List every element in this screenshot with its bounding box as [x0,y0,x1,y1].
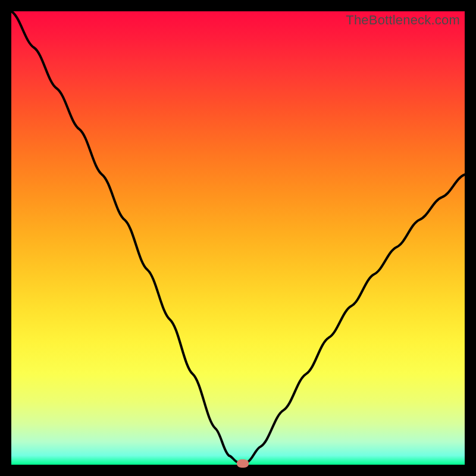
curve-svg [11,11,465,465]
bottleneck-curve [11,11,465,465]
plot-area: TheBottleneck.com [11,11,465,465]
optimum-marker [237,459,249,468]
chart-frame: TheBottleneck.com [0,0,476,476]
